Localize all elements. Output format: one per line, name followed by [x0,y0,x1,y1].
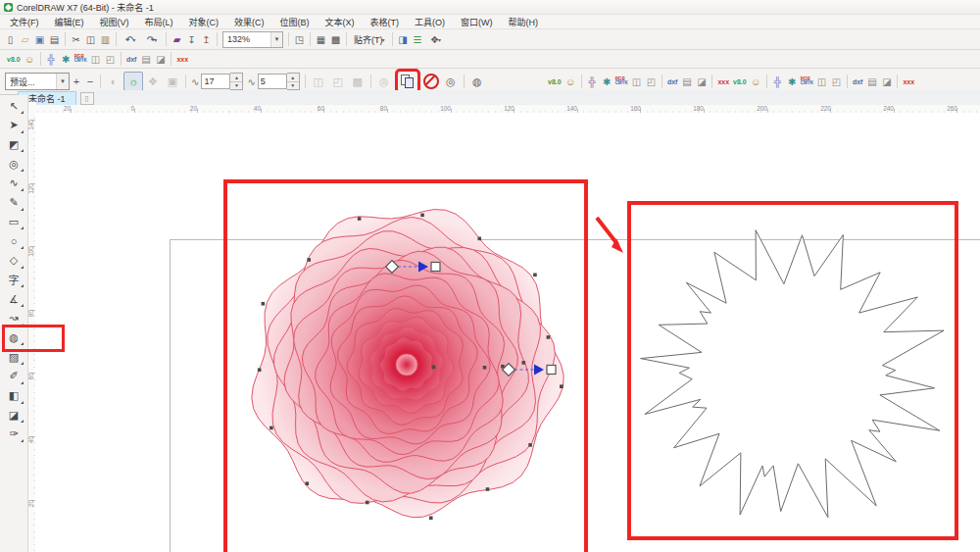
macro-gears-icon[interactable]: ✱ [59,52,74,66]
launch-icon[interactable]: ▰ [170,32,184,46]
menu-item-0[interactable]: 文件(F) [2,15,47,29]
ellipse-tool[interactable]: ○ [3,232,24,250]
macro-xxx-icon[interactable]: xxx [901,75,916,88]
export-icon[interactable]: ↥ [199,32,214,46]
options-icon[interactable]: ◨ [396,32,411,46]
fullscreen-preview-icon[interactable]: ◳ [292,32,307,46]
macro-stack-icon[interactable]: ◪ [879,75,894,88]
smooth-distortion-icon[interactable]: ◰ [328,72,348,91]
crop-tool[interactable]: ◩ [3,135,24,153]
macro-user-icon[interactable]: ☺ [23,52,37,66]
macro-dxf-icon[interactable]: dxf [665,75,680,88]
macro-version-label[interactable]: v8.0 [731,75,749,88]
print-icon[interactable]: ▤ [47,32,62,46]
macro-user-icon[interactable]: ☺ [564,75,578,88]
menu-item-7[interactable]: 文本(X) [318,15,363,29]
save-icon[interactable]: ▣ [32,32,47,46]
macro-align-icon[interactable]: ╬ [585,75,600,88]
macro-version-label[interactable]: v8.0 [546,75,564,88]
twister-distortion-icon[interactable]: ❖ [143,72,163,91]
convert-to-curves-button[interactable]: ◍ [467,72,487,91]
center-distortion-button[interactable]: ◎ [441,72,461,91]
new-tab-button[interactable]: ▯ [80,92,94,105]
interactive-fill-tool[interactable]: ◧ [3,387,24,405]
outline-pen-tool[interactable]: ✑ [3,426,24,443]
macro-duplicate-page-icon[interactable]: ◰ [644,75,659,88]
macro-rows-icon[interactable]: ▤ [864,75,879,88]
text-tool[interactable]: 字 [3,271,24,288]
macro-align-icon[interactable]: ╬ [770,75,785,88]
add-preset-button[interactable]: + [70,75,83,89]
macro-rows-icon[interactable]: ▤ [138,52,153,66]
app-launcher-icon[interactable]: ❖▾ [425,32,447,46]
macro-duplicate-page-icon[interactable]: ◰ [829,75,844,88]
push-pull-distortion-icon[interactable]: ◐ [104,72,123,91]
zoom-tool[interactable]: ◎ [3,155,24,173]
macro-duplicate-page-icon[interactable]: ◰ [103,52,118,66]
freehand-tool[interactable]: ∿ [3,175,24,192]
amplitude-input[interactable] [201,74,230,89]
import-icon[interactable]: ↧ [184,32,199,46]
frequency-stepper[interactable]: ▲▼ [287,73,300,90]
macro-gears-icon[interactable]: ✱ [785,75,800,88]
macro-stack-icon[interactable]: ◪ [153,52,168,66]
menu-item-5[interactable]: 效果(C) [226,15,272,29]
macro-gears-icon[interactable]: ✱ [600,75,614,88]
polygon-tool[interactable]: ◇ [3,252,24,270]
color-eyedropper-tool[interactable]: ✐ [3,368,24,385]
frequency-input[interactable] [258,74,287,89]
new-document-icon[interactable]: ▯ [3,32,18,46]
macro-xxx-icon[interactable]: xxx [715,75,731,88]
pick-tool[interactable]: ↖ [3,97,24,115]
zoom-level-combo[interactable]: 132%▼ [222,31,283,48]
menu-item-8[interactable]: 表格(T) [363,15,408,29]
undo-icon[interactable]: ↶▾ [120,32,141,46]
menu-item-9[interactable]: 工具(O) [407,15,453,29]
remove-preset-button[interactable]: − [83,75,97,89]
macro-xxx-icon[interactable]: xxx [174,52,190,66]
macro-copy-page-icon[interactable]: ◫ [629,75,644,88]
copy-icon[interactable]: ◫ [83,32,98,46]
add-new-distortion-icon[interactable]: ◎ [374,72,394,91]
macro-rgb-cmyk-icon[interactable]: RGBCMYK [74,52,88,66]
menu-item-2[interactable]: 视图(V) [92,15,137,29]
cut-icon[interactable]: ✂ [69,32,83,46]
macro-rgb-cmyk-icon[interactable]: RGBCMYK [614,75,629,88]
paste-icon[interactable]: ▥ [98,32,113,46]
macro-copy-page-icon[interactable]: ◫ [814,75,829,88]
new-distortion-icon[interactable]: ▣ [163,72,182,91]
dimension-tool[interactable]: ∡ [3,290,24,308]
clear-distortion-button[interactable] [421,72,441,91]
rectangle-tool[interactable]: ▭ [3,213,24,230]
macro-rows-icon[interactable]: ▤ [679,75,694,88]
menu-item-4[interactable]: 对象(C) [181,15,227,29]
macro-copy-page-icon[interactable]: ◫ [88,52,103,66]
local-distortion-icon[interactable]: ▩ [348,72,368,91]
zipper-distortion-icon[interactable]: ☼ [123,72,143,91]
show-rulers-icon[interactable]: ▦ [314,32,328,46]
smart-fill-tool[interactable]: ◪ [3,406,24,424]
random-distortion-icon[interactable]: ◫ [309,72,328,91]
macro-rgb-cmyk-icon[interactable]: RGBCMYK [800,75,814,88]
artistic-media-tool[interactable]: ✎ [3,194,24,212]
macro-dxf-icon[interactable]: dxf [124,52,139,66]
chevron-down-icon[interactable]: ▼ [56,74,69,89]
macro-dxf-icon[interactable]: dxf [851,75,865,88]
menu-item-3[interactable]: 布局(L) [137,15,181,29]
macro-align-icon[interactable]: ╬ [44,52,59,66]
copy-distortion-properties-button[interactable] [398,72,417,91]
menu-item-1[interactable]: 编辑(E) [47,15,92,29]
menu-item-10[interactable]: 窗口(W) [453,15,501,29]
chevron-down-icon[interactable]: ▼ [270,32,282,47]
open-icon[interactable]: ▱ [18,32,32,46]
preset-dropdown[interactable]: 预设... ▼ [5,73,70,90]
snap-settings-icon[interactable]: ▩ [328,32,343,46]
redo-icon[interactable]: ↷▾ [141,32,163,46]
macro-user-icon[interactable]: ☺ [749,75,763,88]
menu-item-6[interactable]: 位图(B) [272,15,318,29]
menu-item-11[interactable]: 帮助(H) [501,15,547,29]
snap-menu-button[interactable]: 贴齐(T) ▾ [350,32,389,47]
macro-stack-icon[interactable]: ◪ [694,75,709,88]
object-properties-icon[interactable]: ☰ [411,32,425,46]
amplitude-stepper[interactable]: ▲▼ [230,73,243,90]
